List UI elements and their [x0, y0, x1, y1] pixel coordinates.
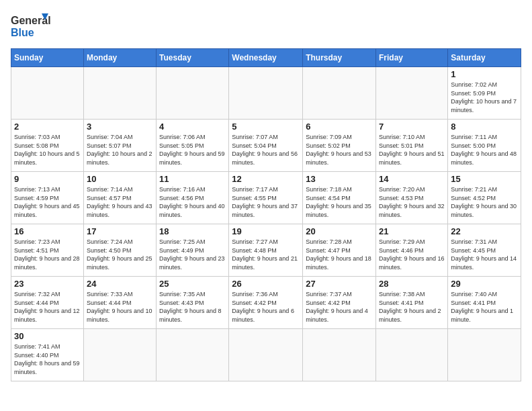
day-number: 4	[159, 122, 226, 132]
calendar-cell: 6Sunrise: 7:09 AM Sunset: 5:02 PM Daylig…	[303, 120, 376, 172]
day-info: Sunrise: 7:11 AM Sunset: 5:00 PM Dayligh…	[451, 133, 518, 167]
day-info: Sunrise: 7:07 AM Sunset: 5:04 PM Dayligh…	[232, 133, 300, 167]
day-info: Sunrise: 7:38 AM Sunset: 4:41 PM Dayligh…	[379, 290, 445, 324]
day-number: 19	[232, 226, 300, 236]
day-info: Sunrise: 7:13 AM Sunset: 4:59 PM Dayligh…	[14, 185, 81, 219]
svg-text:Blue: Blue	[11, 27, 34, 38]
calendar-cell: 3Sunrise: 7:04 AM Sunset: 5:07 PM Daylig…	[83, 120, 156, 172]
day-number: 17	[87, 226, 153, 236]
calendar-cell: 7Sunrise: 7:10 AM Sunset: 5:01 PM Daylig…	[376, 120, 448, 172]
calendar-cell	[448, 329, 521, 381]
day-info: Sunrise: 7:41 AM Sunset: 4:40 PM Dayligh…	[14, 342, 81, 376]
logo-svg: GeneralBlue	[11, 11, 51, 40]
calendar-cell: 14Sunrise: 7:20 AM Sunset: 4:53 PM Dayli…	[376, 172, 448, 224]
calendar-cell: 9Sunrise: 7:13 AM Sunset: 4:59 PM Daylig…	[11, 172, 84, 224]
day-number: 2	[14, 122, 81, 132]
calendar-cell: 11Sunrise: 7:16 AM Sunset: 4:56 PM Dayli…	[157, 172, 229, 224]
calendar-cell	[83, 67, 156, 120]
logo: GeneralBlue	[11, 11, 51, 40]
calendar-cell: 23Sunrise: 7:32 AM Sunset: 4:44 PM Dayli…	[11, 277, 84, 329]
calendar-cell: 21Sunrise: 7:29 AM Sunset: 4:46 PM Dayli…	[376, 224, 448, 277]
weekday-header-tuesday: Tuesday	[157, 49, 229, 67]
calendar-cell	[303, 67, 376, 120]
day-info: Sunrise: 7:32 AM Sunset: 4:44 PM Dayligh…	[14, 290, 81, 324]
day-info: Sunrise: 7:09 AM Sunset: 5:02 PM Dayligh…	[306, 133, 373, 167]
calendar-cell	[229, 67, 303, 120]
day-info: Sunrise: 7:18 AM Sunset: 4:54 PM Dayligh…	[306, 185, 373, 219]
day-number: 9	[14, 174, 81, 184]
weekday-header-wednesday: Wednesday	[229, 49, 303, 67]
day-number: 3	[87, 122, 153, 132]
day-info: Sunrise: 7:14 AM Sunset: 4:57 PM Dayligh…	[87, 185, 153, 219]
calendar-cell: 18Sunrise: 7:25 AM Sunset: 4:49 PM Dayli…	[157, 224, 229, 277]
day-number: 6	[306, 122, 373, 132]
day-number: 15	[451, 174, 518, 184]
calendar-cell	[229, 329, 303, 381]
calendar-cell: 26Sunrise: 7:36 AM Sunset: 4:42 PM Dayli…	[229, 277, 303, 329]
day-number: 10	[87, 174, 153, 184]
weekday-header-friday: Friday	[376, 49, 448, 67]
day-info: Sunrise: 7:40 AM Sunset: 4:41 PM Dayligh…	[451, 290, 518, 324]
day-number: 25	[159, 279, 226, 289]
day-info: Sunrise: 7:21 AM Sunset: 4:52 PM Dayligh…	[451, 185, 518, 219]
day-info: Sunrise: 7:29 AM Sunset: 4:46 PM Dayligh…	[379, 238, 445, 271]
day-number: 14	[379, 174, 445, 184]
day-info: Sunrise: 7:16 AM Sunset: 4:56 PM Dayligh…	[159, 185, 226, 219]
weekday-header-row: SundayMondayTuesdayWednesdayThursdayFrid…	[11, 49, 521, 67]
day-info: Sunrise: 7:24 AM Sunset: 4:50 PM Dayligh…	[87, 238, 153, 271]
day-number: 26	[232, 279, 300, 289]
calendar-cell: 29Sunrise: 7:40 AM Sunset: 4:41 PM Dayli…	[448, 277, 521, 329]
week-row-6: 30Sunrise: 7:41 AM Sunset: 4:40 PM Dayli…	[11, 329, 521, 381]
weekday-header-sunday: Sunday	[11, 49, 84, 67]
day-info: Sunrise: 7:33 AM Sunset: 4:44 PM Dayligh…	[87, 290, 153, 324]
calendar-cell: 10Sunrise: 7:14 AM Sunset: 4:57 PM Dayli…	[83, 172, 156, 224]
calendar-cell	[157, 329, 229, 381]
calendar-cell: 16Sunrise: 7:23 AM Sunset: 4:51 PM Dayli…	[11, 224, 84, 277]
calendar-cell	[83, 329, 156, 381]
day-number: 7	[379, 122, 445, 132]
day-info: Sunrise: 7:35 AM Sunset: 4:43 PM Dayligh…	[159, 290, 226, 324]
day-info: Sunrise: 7:10 AM Sunset: 5:01 PM Dayligh…	[379, 133, 445, 167]
calendar-cell: 24Sunrise: 7:33 AM Sunset: 4:44 PM Dayli…	[83, 277, 156, 329]
calendar-cell: 22Sunrise: 7:31 AM Sunset: 4:45 PM Dayli…	[448, 224, 521, 277]
day-info: Sunrise: 7:03 AM Sunset: 5:08 PM Dayligh…	[14, 133, 81, 167]
calendar-cell: 19Sunrise: 7:27 AM Sunset: 4:48 PM Dayli…	[229, 224, 303, 277]
calendar-cell: 8Sunrise: 7:11 AM Sunset: 5:00 PM Daylig…	[448, 120, 521, 172]
calendar-cell: 12Sunrise: 7:17 AM Sunset: 4:55 PM Dayli…	[229, 172, 303, 224]
day-info: Sunrise: 7:23 AM Sunset: 4:51 PM Dayligh…	[14, 238, 81, 271]
day-info: Sunrise: 7:25 AM Sunset: 4:49 PM Dayligh…	[159, 238, 226, 271]
weekday-header-thursday: Thursday	[303, 49, 376, 67]
day-number: 29	[451, 279, 518, 289]
calendar-cell: 13Sunrise: 7:18 AM Sunset: 4:54 PM Dayli…	[303, 172, 376, 224]
calendar-cell: 25Sunrise: 7:35 AM Sunset: 4:43 PM Dayli…	[157, 277, 229, 329]
week-row-2: 2Sunrise: 7:03 AM Sunset: 5:08 PM Daylig…	[11, 120, 521, 172]
day-info: Sunrise: 7:20 AM Sunset: 4:53 PM Dayligh…	[379, 185, 445, 219]
calendar-cell: 27Sunrise: 7:37 AM Sunset: 4:42 PM Dayli…	[303, 277, 376, 329]
header: GeneralBlue	[11, 11, 521, 40]
calendar-cell: 28Sunrise: 7:38 AM Sunset: 4:41 PM Dayli…	[376, 277, 448, 329]
day-number: 18	[159, 226, 226, 236]
week-row-1: 1Sunrise: 7:02 AM Sunset: 5:09 PM Daylig…	[11, 67, 521, 120]
day-number: 22	[451, 226, 518, 236]
calendar-cell: 15Sunrise: 7:21 AM Sunset: 4:52 PM Dayli…	[448, 172, 521, 224]
day-number: 27	[306, 279, 373, 289]
weekday-header-saturday: Saturday	[448, 49, 521, 67]
day-number: 11	[159, 174, 226, 184]
calendar-cell: 4Sunrise: 7:06 AM Sunset: 5:05 PM Daylig…	[157, 120, 229, 172]
day-number: 24	[87, 279, 153, 289]
day-number: 28	[379, 279, 445, 289]
calendar-cell	[11, 67, 84, 120]
weekday-header-monday: Monday	[83, 49, 156, 67]
week-row-5: 23Sunrise: 7:32 AM Sunset: 4:44 PM Dayli…	[11, 277, 521, 329]
day-number: 23	[14, 279, 81, 289]
day-info: Sunrise: 7:02 AM Sunset: 5:09 PM Dayligh…	[451, 81, 518, 114]
day-info: Sunrise: 7:28 AM Sunset: 4:47 PM Dayligh…	[306, 238, 373, 271]
week-row-4: 16Sunrise: 7:23 AM Sunset: 4:51 PM Dayli…	[11, 224, 521, 277]
calendar-cell: 2Sunrise: 7:03 AM Sunset: 5:08 PM Daylig…	[11, 120, 84, 172]
day-number: 1	[451, 69, 518, 79]
day-info: Sunrise: 7:27 AM Sunset: 4:48 PM Dayligh…	[232, 238, 300, 271]
day-info: Sunrise: 7:31 AM Sunset: 4:45 PM Dayligh…	[451, 238, 518, 271]
day-info: Sunrise: 7:17 AM Sunset: 4:55 PM Dayligh…	[232, 185, 300, 219]
day-number: 16	[14, 226, 81, 236]
calendar-cell: 30Sunrise: 7:41 AM Sunset: 4:40 PM Dayli…	[11, 329, 84, 381]
